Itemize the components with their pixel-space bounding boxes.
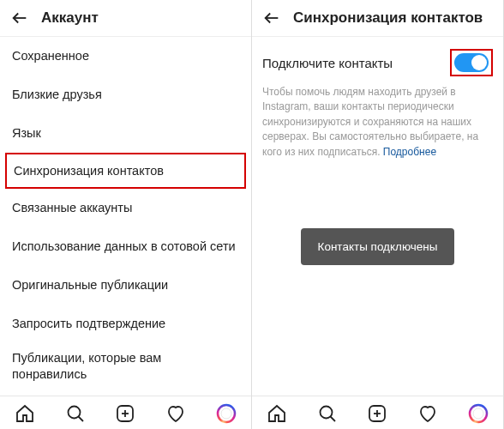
tab-bar [0,396,251,429]
home-icon[interactable] [267,403,287,424]
list-item-branded-content[interactable]: Инструменты работы с брендированным конт… [0,389,251,396]
search-icon[interactable] [317,403,338,424]
setting-description: Чтобы помочь людям находить друзей в Ins… [252,85,503,160]
back-arrow-icon[interactable] [262,9,281,27]
header-left: Аккаунт [0,0,251,37]
tab-bar [252,396,503,429]
list-item-request-verification[interactable]: Запросить подтверждение [0,305,251,343]
left-screen-account: Аккаунт Сохраненное Близкие друзья Язык … [0,0,252,429]
add-post-icon[interactable] [115,403,135,424]
learn-more-link[interactable]: Подробнее [383,146,436,158]
svg-point-9 [320,407,332,419]
back-arrow-icon[interactable] [10,9,29,27]
contacts-connected-button[interactable]: Контакты подключены [301,228,455,265]
list-item-linked-accounts[interactable]: Связанные аккаунты [0,189,251,227]
svg-line-10 [330,417,335,422]
profile-icon[interactable] [216,403,237,424]
profile-icon[interactable] [468,403,489,424]
toggle-highlight [450,49,493,76]
add-post-icon[interactable] [367,403,387,424]
svg-point-1 [68,407,80,419]
svg-line-2 [78,417,83,422]
page-title: Синхронизация контактов [293,9,483,27]
setting-label: Подключите контакты [262,56,393,70]
list-item-liked-posts[interactable]: Публикации, которые вам понравились [0,343,251,390]
contacts-toggle[interactable] [454,53,489,72]
list-item-sync-contacts[interactable]: Синхронизация контактов [5,153,246,190]
home-icon[interactable] [15,403,35,424]
list-item-original-posts[interactable]: Оригинальные публикации [0,266,251,305]
spacer [252,265,503,396]
desc-text: Чтобы помочь людям находить друзей в Ins… [262,86,478,158]
svg-point-15 [473,408,483,419]
search-icon[interactable] [65,403,86,424]
list-item-language[interactable]: Язык [0,114,251,153]
setting-connect-contacts: Подключите контакты [252,37,503,85]
heart-icon[interactable] [165,403,186,424]
list-item-saved[interactable]: Сохраненное [0,37,251,76]
heart-icon[interactable] [417,403,438,424]
header-right: Синхронизация контактов [252,0,503,37]
settings-list: Сохраненное Близкие друзья Язык Синхрони… [0,37,251,396]
page-title: Аккаунт [41,9,99,27]
svg-point-7 [221,408,231,419]
right-screen-sync-contacts: Синхронизация контактов Подключите конта… [252,0,504,429]
list-item-cellular-data[interactable]: Использование данных в сотовой сети [0,227,251,266]
list-item-close-friends[interactable]: Близкие друзья [0,76,251,114]
